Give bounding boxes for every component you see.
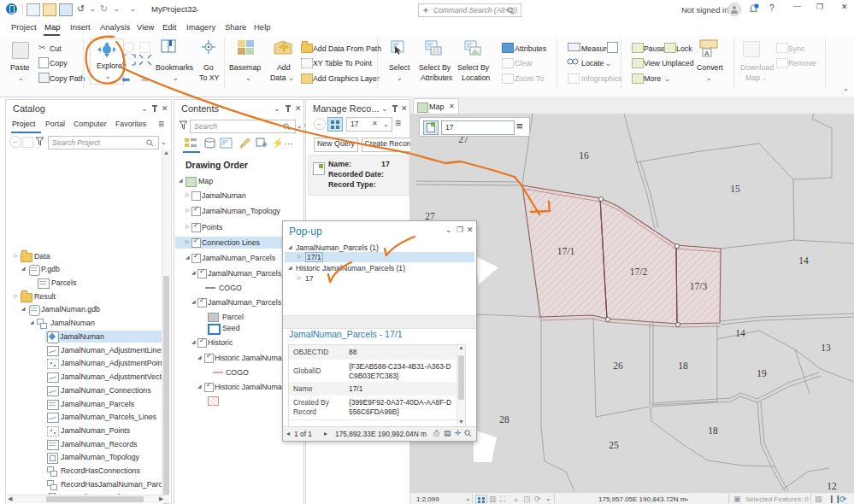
measure-icon[interactable] [568, 43, 580, 51]
bookmarks-icon[interactable] [161, 39, 176, 53]
close-button[interactable]: ✕ [841, 3, 848, 11]
tab-map[interactable]: Map [44, 22, 60, 32]
view-unplaced-icon[interactable] [632, 58, 644, 68]
go-to-xy-label-line1[interactable]: Go [203, 63, 214, 72]
catalog-tree-item-jamalnuman-gdb[interactable]: ◢ JamalNuman.gdb [8, 303, 162, 315]
filter-icon[interactable] [179, 120, 188, 130]
popup-list-item-selected[interactable]: ▷ 17/1 [283, 252, 476, 262]
records-back-icon[interactable]: ← [314, 118, 326, 130]
lock-label[interactable]: Lock [676, 44, 692, 53]
more-chevron-down-icon[interactable]: ⌄ [664, 76, 670, 83]
expander-collapsed-icon[interactable]: ▷ [186, 208, 190, 213]
more-labeling-icon[interactable] [632, 73, 644, 84]
catalog-tree-item[interactable]: JamalNuman_AdjustmentLines [8, 344, 162, 356]
list-by-drawing-order-icon[interactable] [184, 138, 197, 149]
map-scale-chevron-down-icon[interactable]: ⌄ [465, 495, 471, 502]
expander-expanded-icon[interactable]: ◢ [288, 244, 292, 249]
expander-collapsed-icon[interactable]: ▷ [14, 253, 18, 258]
arcgis-pro-icon[interactable] [6, 3, 17, 15]
contents-item-topology[interactable]: ▷ ✓ JamalNuman_Topology [176, 205, 302, 217]
measure-icon[interactable]: ⛶ [500, 495, 505, 504]
map-active-record-toolbar[interactable]: 17 ≡ [419, 117, 530, 137]
open-project-icon[interactable] [43, 3, 56, 16]
active-record-input[interactable]: 17 [441, 120, 515, 135]
expander-expanded-icon[interactable]: ◢ [179, 178, 183, 183]
add-data-label-line1[interactable]: Add [277, 63, 291, 72]
cut-icon[interactable]: ✂ [38, 43, 45, 52]
go-to-xy-label-line2[interactable]: To XY [199, 73, 219, 82]
redo-chevron-down-icon[interactable]: ⌄ [114, 6, 120, 13]
contents-search-input[interactable]: Search [190, 120, 296, 133]
select-by-location-icon[interactable] [464, 40, 481, 56]
add-graphics-layer-label[interactable]: Add Graphics Layer [313, 74, 380, 83]
catalog-tree-item[interactable]: JamalNuman_Topology [8, 451, 162, 463]
catalog-back-icon[interactable]: ← [9, 136, 21, 148]
zoom-to-feature-icon[interactable]: ✛ [455, 429, 462, 437]
expander-expanded-icon[interactable]: ◢ [30, 319, 34, 325]
command-search-input[interactable]: Command Search (Alt+Q) [418, 3, 521, 17]
convert-label[interactable]: Convert [697, 63, 723, 72]
expander-expanded-icon[interactable]: ◢ [191, 339, 196, 344]
new-query-button[interactable]: New Query [314, 138, 358, 152]
copy-button-label[interactable]: Copy [50, 59, 68, 67]
cut-button-label[interactable]: Cut [50, 44, 62, 53]
popup-list-group[interactable]: ◢ Historic JamalNuman_Parcels (1) [283, 263, 476, 273]
pin-icon[interactable] [392, 105, 398, 114]
expander-collapsed-icon[interactable]: ▷ [186, 192, 190, 197]
copy-icon[interactable] [38, 57, 49, 68]
basemap-label[interactable]: Basemap [229, 63, 261, 72]
tab-project[interactable]: Project [11, 22, 37, 32]
rotate-icon[interactable]: ⟳ [534, 495, 541, 503]
catalog-tree-item-jamalnuman-dataset[interactable]: ◢ JamalNuman [8, 317, 162, 329]
fixed-zoom-in-icon[interactable] [122, 54, 136, 66]
layer-visibility-checkbox[interactable]: ✓ [197, 298, 207, 308]
catalog-tree-item[interactable]: RecordHasConnections [8, 465, 162, 477]
go-to-xy-icon[interactable] [202, 40, 215, 54]
copy-path-icon[interactable] [38, 73, 50, 83]
explore-chevron-down-icon[interactable]: ⌄ [105, 73, 111, 80]
catalog-tab-computer[interactable]: Computer [74, 120, 107, 128]
expander-expanded-icon[interactable]: ◢ [197, 355, 202, 360]
tab-insert[interactable]: Insert [70, 22, 91, 32]
notifications-bell-icon[interactable] [748, 3, 759, 15]
manage-records-menu-chevron-down-icon[interactable]: ⌄ [381, 104, 388, 113]
popup-list-item[interactable]: ▷ 17 [283, 273, 476, 284]
catalog-tree[interactable]: ▷ Data ◢ P.gdb Parcels ▷ Result ◢ J [7, 149, 162, 495]
select-by-location-label-line2[interactable]: Location [462, 73, 490, 82]
attributes-icon[interactable] [502, 43, 514, 53]
paste-icon[interactable] [12, 42, 29, 59]
pause-label[interactable]: Pause [644, 44, 665, 53]
layer-visibility-checkbox[interactable]: ✓ [191, 223, 201, 232]
layer-visibility-checkbox[interactable]: ✓ [197, 269, 207, 278]
bookmarks-chevron-down-icon[interactable]: ⌄ [173, 75, 179, 82]
records-grid-view-button[interactable] [327, 117, 343, 132]
scroll-up-icon[interactable]: ▲ [163, 149, 169, 155]
catalog-tree-item-result[interactable]: ▷ Result [8, 290, 162, 302]
avatar[interactable] [727, 3, 741, 16]
catalog-tree-item[interactable]: JamalNuman_Connections [8, 384, 162, 396]
popup-menu-chevron-down-icon[interactable]: ⌄ [445, 226, 452, 234]
scroll-right-icon[interactable]: ▶ [159, 495, 163, 502]
catalog-vertical-scrollbar[interactable]: ▲ [162, 149, 170, 495]
snapping-icon[interactable]: ◳ [523, 495, 531, 503]
view-unplaced-label[interactable]: View Unplaced [644, 59, 694, 67]
minimize-button[interactable]: — [793, 2, 801, 10]
search-icon[interactable] [507, 7, 515, 15]
previous-extent-icon[interactable]: ⬅ [121, 73, 130, 85]
expander-collapsed-icon[interactable]: ▷ [14, 293, 18, 298]
tab-share[interactable]: Share [225, 22, 246, 32]
tab-imagery[interactable]: Imagery [186, 22, 215, 32]
undo-chevron-down-icon[interactable]: ⌄ [90, 6, 96, 13]
more-options-icon[interactable]: ··· [284, 138, 293, 149]
filter-icon[interactable] [35, 137, 44, 146]
record-chevron-down-icon[interactable]: ⌄ [383, 121, 389, 128]
catalog-tree-item-data[interactable]: ▷ Data [8, 250, 162, 262]
xy-table-to-point-label[interactable]: XY Table To Point [313, 59, 372, 67]
refresh-icon[interactable]: ⟳ [839, 495, 846, 504]
basemap-chevron-down-icon[interactable]: ⌄ [245, 75, 251, 82]
search-icon[interactable] [146, 139, 154, 147]
contents-close-icon[interactable]: ✕ [295, 104, 302, 113]
bookmarks-label[interactable]: Bookmarks [156, 63, 193, 72]
layer-visibility-checkbox[interactable]: ✓ [197, 338, 207, 348]
help-icon[interactable]: ? [769, 3, 774, 13]
